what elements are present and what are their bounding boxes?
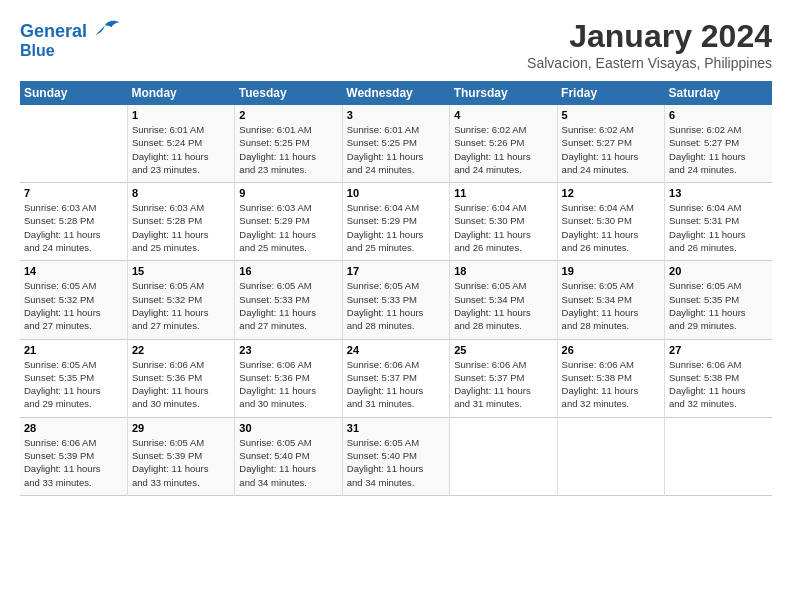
day-number: 28 bbox=[24, 422, 123, 434]
day-cell: 13Sunrise: 6:04 AM Sunset: 5:31 PM Dayli… bbox=[665, 183, 772, 261]
day-cell: 23Sunrise: 6:06 AM Sunset: 5:36 PM Dayli… bbox=[235, 339, 342, 417]
day-cell: 24Sunrise: 6:06 AM Sunset: 5:37 PM Dayli… bbox=[342, 339, 449, 417]
logo-text-blue: Blue bbox=[20, 42, 55, 60]
day-cell: 10Sunrise: 6:04 AM Sunset: 5:29 PM Dayli… bbox=[342, 183, 449, 261]
day-cell: 1Sunrise: 6:01 AM Sunset: 5:24 PM Daylig… bbox=[127, 105, 234, 183]
day-info: Sunrise: 6:04 AM Sunset: 5:31 PM Dayligh… bbox=[669, 201, 768, 254]
day-info: Sunrise: 6:05 AM Sunset: 5:34 PM Dayligh… bbox=[562, 279, 660, 332]
week-row-1: 1Sunrise: 6:01 AM Sunset: 5:24 PM Daylig… bbox=[20, 105, 772, 183]
day-info: Sunrise: 6:06 AM Sunset: 5:36 PM Dayligh… bbox=[239, 358, 337, 411]
day-cell: 14Sunrise: 6:05 AM Sunset: 5:32 PM Dayli… bbox=[20, 261, 127, 339]
day-number: 11 bbox=[454, 187, 552, 199]
day-info: Sunrise: 6:05 AM Sunset: 5:34 PM Dayligh… bbox=[454, 279, 552, 332]
day-number: 19 bbox=[562, 265, 660, 277]
day-info: Sunrise: 6:03 AM Sunset: 5:28 PM Dayligh… bbox=[132, 201, 230, 254]
day-cell: 25Sunrise: 6:06 AM Sunset: 5:37 PM Dayli… bbox=[450, 339, 557, 417]
page: General Blue January 2024 Salvacion, Eas… bbox=[0, 0, 792, 506]
day-number: 5 bbox=[562, 109, 660, 121]
day-cell: 30Sunrise: 6:05 AM Sunset: 5:40 PM Dayli… bbox=[235, 417, 342, 495]
day-cell: 12Sunrise: 6:04 AM Sunset: 5:30 PM Dayli… bbox=[557, 183, 664, 261]
day-number: 18 bbox=[454, 265, 552, 277]
week-row-5: 28Sunrise: 6:06 AM Sunset: 5:39 PM Dayli… bbox=[20, 417, 772, 495]
day-info: Sunrise: 6:06 AM Sunset: 5:38 PM Dayligh… bbox=[562, 358, 660, 411]
day-info: Sunrise: 6:06 AM Sunset: 5:38 PM Dayligh… bbox=[669, 358, 768, 411]
day-number: 31 bbox=[347, 422, 445, 434]
day-info: Sunrise: 6:03 AM Sunset: 5:29 PM Dayligh… bbox=[239, 201, 337, 254]
col-header-thursday: Thursday bbox=[450, 81, 557, 105]
day-info: Sunrise: 6:04 AM Sunset: 5:29 PM Dayligh… bbox=[347, 201, 445, 254]
day-info: Sunrise: 6:05 AM Sunset: 5:33 PM Dayligh… bbox=[239, 279, 337, 332]
logo-text-general: General bbox=[20, 22, 87, 42]
title-block: January 2024 Salvacion, Eastern Visayas,… bbox=[527, 18, 772, 71]
day-number: 10 bbox=[347, 187, 445, 199]
day-cell: 27Sunrise: 6:06 AM Sunset: 5:38 PM Dayli… bbox=[665, 339, 772, 417]
day-cell: 17Sunrise: 6:05 AM Sunset: 5:33 PM Dayli… bbox=[342, 261, 449, 339]
day-number: 25 bbox=[454, 344, 552, 356]
logo-bird-icon bbox=[89, 18, 121, 46]
subtitle: Salvacion, Eastern Visayas, Philippines bbox=[527, 55, 772, 71]
day-cell: 31Sunrise: 6:05 AM Sunset: 5:40 PM Dayli… bbox=[342, 417, 449, 495]
day-info: Sunrise: 6:05 AM Sunset: 5:35 PM Dayligh… bbox=[669, 279, 768, 332]
day-info: Sunrise: 6:01 AM Sunset: 5:25 PM Dayligh… bbox=[347, 123, 445, 176]
day-cell: 18Sunrise: 6:05 AM Sunset: 5:34 PM Dayli… bbox=[450, 261, 557, 339]
day-number: 17 bbox=[347, 265, 445, 277]
day-cell bbox=[665, 417, 772, 495]
day-cell: 7Sunrise: 6:03 AM Sunset: 5:28 PM Daylig… bbox=[20, 183, 127, 261]
day-number: 21 bbox=[24, 344, 123, 356]
day-info: Sunrise: 6:01 AM Sunset: 5:24 PM Dayligh… bbox=[132, 123, 230, 176]
day-cell bbox=[450, 417, 557, 495]
col-header-friday: Friday bbox=[557, 81, 664, 105]
day-cell bbox=[20, 105, 127, 183]
calendar-table: SundayMondayTuesdayWednesdayThursdayFrid… bbox=[20, 81, 772, 496]
day-cell: 29Sunrise: 6:05 AM Sunset: 5:39 PM Dayli… bbox=[127, 417, 234, 495]
day-info: Sunrise: 6:01 AM Sunset: 5:25 PM Dayligh… bbox=[239, 123, 337, 176]
day-cell: 20Sunrise: 6:05 AM Sunset: 5:35 PM Dayli… bbox=[665, 261, 772, 339]
header: General Blue January 2024 Salvacion, Eas… bbox=[20, 18, 772, 71]
day-number: 12 bbox=[562, 187, 660, 199]
day-info: Sunrise: 6:02 AM Sunset: 5:26 PM Dayligh… bbox=[454, 123, 552, 176]
day-cell: 15Sunrise: 6:05 AM Sunset: 5:32 PM Dayli… bbox=[127, 261, 234, 339]
day-cell: 11Sunrise: 6:04 AM Sunset: 5:30 PM Dayli… bbox=[450, 183, 557, 261]
day-cell: 16Sunrise: 6:05 AM Sunset: 5:33 PM Dayli… bbox=[235, 261, 342, 339]
day-cell: 26Sunrise: 6:06 AM Sunset: 5:38 PM Dayli… bbox=[557, 339, 664, 417]
day-info: Sunrise: 6:06 AM Sunset: 5:39 PM Dayligh… bbox=[24, 436, 123, 489]
day-number: 7 bbox=[24, 187, 123, 199]
day-number: 20 bbox=[669, 265, 768, 277]
col-header-wednesday: Wednesday bbox=[342, 81, 449, 105]
day-info: Sunrise: 6:03 AM Sunset: 5:28 PM Dayligh… bbox=[24, 201, 123, 254]
calendar-header-row: SundayMondayTuesdayWednesdayThursdayFrid… bbox=[20, 81, 772, 105]
day-number: 15 bbox=[132, 265, 230, 277]
day-cell: 28Sunrise: 6:06 AM Sunset: 5:39 PM Dayli… bbox=[20, 417, 127, 495]
day-cell: 19Sunrise: 6:05 AM Sunset: 5:34 PM Dayli… bbox=[557, 261, 664, 339]
day-info: Sunrise: 6:06 AM Sunset: 5:36 PM Dayligh… bbox=[132, 358, 230, 411]
day-cell bbox=[557, 417, 664, 495]
day-number: 6 bbox=[669, 109, 768, 121]
day-cell: 6Sunrise: 6:02 AM Sunset: 5:27 PM Daylig… bbox=[665, 105, 772, 183]
day-number: 4 bbox=[454, 109, 552, 121]
day-info: Sunrise: 6:02 AM Sunset: 5:27 PM Dayligh… bbox=[669, 123, 768, 176]
day-cell: 3Sunrise: 6:01 AM Sunset: 5:25 PM Daylig… bbox=[342, 105, 449, 183]
day-cell: 5Sunrise: 6:02 AM Sunset: 5:27 PM Daylig… bbox=[557, 105, 664, 183]
day-cell: 8Sunrise: 6:03 AM Sunset: 5:28 PM Daylig… bbox=[127, 183, 234, 261]
day-number: 9 bbox=[239, 187, 337, 199]
day-number: 30 bbox=[239, 422, 337, 434]
day-cell: 21Sunrise: 6:05 AM Sunset: 5:35 PM Dayli… bbox=[20, 339, 127, 417]
day-number: 13 bbox=[669, 187, 768, 199]
day-number: 27 bbox=[669, 344, 768, 356]
day-number: 23 bbox=[239, 344, 337, 356]
day-info: Sunrise: 6:05 AM Sunset: 5:40 PM Dayligh… bbox=[239, 436, 337, 489]
day-number: 14 bbox=[24, 265, 123, 277]
day-cell: 4Sunrise: 6:02 AM Sunset: 5:26 PM Daylig… bbox=[450, 105, 557, 183]
day-info: Sunrise: 6:06 AM Sunset: 5:37 PM Dayligh… bbox=[454, 358, 552, 411]
day-info: Sunrise: 6:05 AM Sunset: 5:35 PM Dayligh… bbox=[24, 358, 123, 411]
col-header-saturday: Saturday bbox=[665, 81, 772, 105]
day-info: Sunrise: 6:04 AM Sunset: 5:30 PM Dayligh… bbox=[562, 201, 660, 254]
day-number: 3 bbox=[347, 109, 445, 121]
day-number: 24 bbox=[347, 344, 445, 356]
col-header-tuesday: Tuesday bbox=[235, 81, 342, 105]
day-number: 2 bbox=[239, 109, 337, 121]
col-header-sunday: Sunday bbox=[20, 81, 127, 105]
day-number: 29 bbox=[132, 422, 230, 434]
col-header-monday: Monday bbox=[127, 81, 234, 105]
day-number: 26 bbox=[562, 344, 660, 356]
